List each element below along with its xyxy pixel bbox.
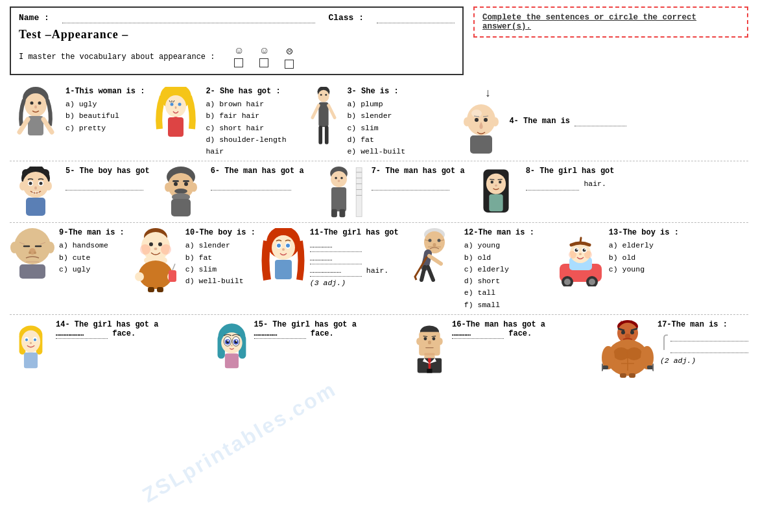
ex11-content: 11-The girl has got …………… …………… ………………… … <box>310 228 399 288</box>
svg-point-29 <box>464 117 470 126</box>
svg-point-146 <box>582 249 586 252</box>
svg-point-86 <box>14 228 51 264</box>
ex15-fill[interactable]: …………… <box>254 329 306 339</box>
svg-point-172 <box>235 340 237 341</box>
svg-rect-112 <box>157 287 163 292</box>
svg-point-107 <box>135 272 144 281</box>
svg-point-30 <box>492 117 499 126</box>
exercise-5: 5- The boy has got <box>10 167 150 218</box>
svg-line-133 <box>429 256 441 264</box>
svg-rect-174 <box>225 353 239 368</box>
svg-rect-76 <box>331 209 337 217</box>
row1: 1-This woman is : a) ugly b) beautiful c… <box>10 82 748 161</box>
page: Name : Class : Test –Appearance – I mast… <box>0 0 758 532</box>
ex9-title: 9-The man is : <box>59 228 124 237</box>
svg-line-182 <box>432 336 436 336</box>
ex6-title: 6- The man has got a <box>211 167 304 176</box>
char-man12-img <box>409 228 460 286</box>
exercise-10: 10-The boy is : a) slender b) fat c) sli… <box>130 228 255 293</box>
ex17-fill1[interactable] <box>670 332 748 341</box>
header-box: Name : Class : Test –Appearance – I mast… <box>10 6 464 75</box>
svg-point-87 <box>10 242 18 253</box>
ex3-title: 3- She is : <box>347 87 405 96</box>
header-name-line: Name : Class : <box>19 13 455 25</box>
ex11-fill1[interactable]: …………… <box>310 240 399 251</box>
svg-rect-52 <box>26 198 45 216</box>
ex2-opt-c: c) short hair <box>206 122 286 133</box>
svg-point-183 <box>428 340 431 344</box>
ex11-fill2[interactable]: …………… <box>310 253 399 264</box>
svg-line-82 <box>490 179 494 180</box>
svg-point-20 <box>320 94 322 96</box>
svg-point-73 <box>340 177 343 179</box>
svg-rect-191 <box>427 369 432 373</box>
ex12-opt-f: f) small <box>464 299 534 310</box>
svg-rect-60 <box>183 180 189 182</box>
ex7-content: 7- The man has got a <box>372 167 465 190</box>
svg-point-177 <box>416 338 421 345</box>
name-dots <box>62 13 316 23</box>
page-title: Test –Appearance – <box>19 28 455 41</box>
ex4-title: 4- The man is <box>509 117 626 126</box>
ex16-title: 16-The man has got a ………… face. <box>452 320 597 339</box>
svg-rect-208 <box>602 364 603 371</box>
svg-point-32 <box>484 118 488 122</box>
svg-point-11 <box>178 103 182 106</box>
svg-rect-64 <box>356 168 362 217</box>
ex14-fill[interactable]: ……………… <box>56 329 108 339</box>
smiley-neutral: ☺ <box>259 45 268 69</box>
ex17-fill2[interactable] <box>670 343 748 353</box>
name-label: Name : <box>19 13 49 25</box>
svg-point-43 <box>45 181 52 191</box>
exercise-16: 16-The man has got a ………… face. <box>411 320 597 378</box>
ex8-fill[interactable]: hair. <box>526 178 615 190</box>
instruction-text: Complete the sentences or circle the cor… <box>482 13 696 31</box>
ex10-opt-c: c) slim <box>185 264 255 275</box>
svg-point-4 <box>34 106 37 109</box>
ex7-fill[interactable] <box>372 178 465 190</box>
ex16-fill[interactable]: ………… <box>452 329 504 339</box>
ex12-opt-a: a) young <box>464 240 534 251</box>
ex2-title: 2- She has got : <box>206 87 286 96</box>
exercise-15: 15- The girl has got a …………… face. <box>213 320 407 378</box>
exercise-13: 13-The boy is : a) elderly b) old c) you… <box>553 228 748 286</box>
svg-point-156 <box>25 338 28 341</box>
svg-point-179 <box>424 337 427 340</box>
ex2-opt-d: d) shoulder-length <box>206 134 286 145</box>
smiley-group: ☺ ☺ ☹ <box>234 45 294 69</box>
svg-point-200 <box>630 330 634 334</box>
svg-rect-23 <box>319 126 323 145</box>
svg-point-147 <box>576 249 578 250</box>
ex4-fill[interactable] <box>574 117 626 126</box>
svg-line-25 <box>313 106 319 118</box>
exercise-2: 2- She has got : a) brown hair b) fair h… <box>150 87 299 157</box>
svg-rect-160 <box>24 353 38 368</box>
exercise-12: 12-The man is : a) young b) old c) elder… <box>409 228 548 310</box>
ex7-title: 7- The man has got a <box>372 167 465 176</box>
checkbox-neutral[interactable] <box>259 58 268 67</box>
ex11-note: (3 adj.) <box>310 277 399 288</box>
exercise-9: 9-The man is : a) handsome b) cute c) ug… <box>10 228 124 280</box>
ex11-fill3[interactable]: ………………… hair. <box>310 265 399 277</box>
char-man7-img <box>316 167 368 218</box>
svg-rect-22 <box>319 102 329 127</box>
svg-rect-215 <box>629 373 635 378</box>
exercise-17: 17-The man is : ⎧ (2 adj.) <box>602 320 748 378</box>
svg-point-31 <box>475 118 479 122</box>
svg-point-103 <box>158 242 162 246</box>
svg-line-132 <box>428 267 433 280</box>
checkbox-sad[interactable] <box>285 60 294 69</box>
ex6-fill[interactable] <box>211 178 304 190</box>
exercise-7: 7- The man has got a <box>316 167 465 218</box>
char-boy13-img <box>553 228 605 286</box>
checkbox-happy[interactable] <box>234 58 243 67</box>
char-boy5-img <box>10 167 62 218</box>
ex5-fill[interactable] <box>65 178 150 190</box>
svg-point-100 <box>140 244 150 255</box>
mastery-line: I master the vocabulary about appearance… <box>19 45 455 69</box>
ex1-title: 1-This woman is : <box>65 87 145 96</box>
svg-point-48 <box>34 187 37 190</box>
svg-point-158 <box>34 338 36 341</box>
svg-point-1 <box>25 93 47 117</box>
exercise-1: 1-This woman is : a) ugly b) beautiful c… <box>10 87 145 145</box>
